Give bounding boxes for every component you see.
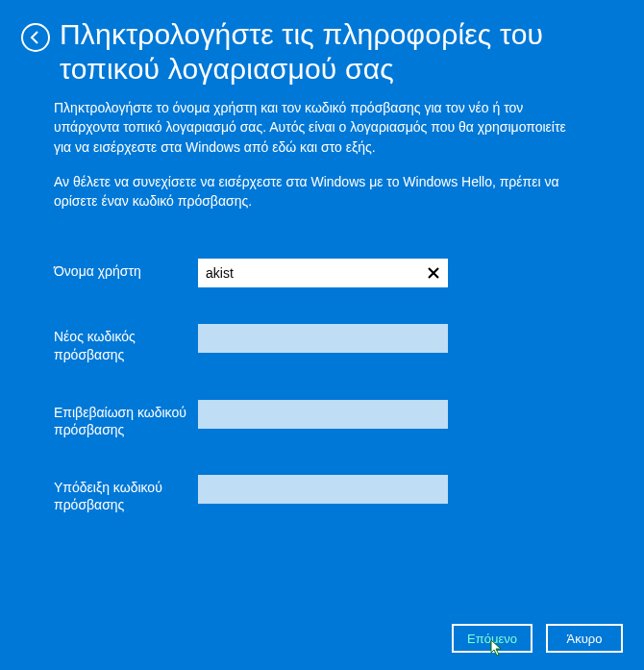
password-hint-label: Υπόδειξη κωδικού πρόσβασης xyxy=(54,475,198,513)
page-title: Πληκτρολογήστε τις πληροφορίες του τοπικ… xyxy=(60,17,623,87)
clear-input-button[interactable] xyxy=(423,262,444,284)
intro-paragraph-2: Αν θέλετε να συνεχίσετε να εισέρχεστε στ… xyxy=(54,172,586,211)
username-input[interactable] xyxy=(198,259,448,287)
intro-paragraph-1: Πληκτρολογήστε το όνομα χρήστη και τον κ… xyxy=(54,98,586,157)
close-icon xyxy=(427,266,440,280)
arrow-left-icon xyxy=(28,30,43,45)
next-button[interactable]: Επόμενο xyxy=(452,624,533,653)
back-button[interactable] xyxy=(21,23,50,52)
username-label: Όνομα χρήστη xyxy=(54,259,198,280)
cancel-button[interactable]: Άκυρο xyxy=(546,624,623,653)
new-password-input[interactable] xyxy=(198,324,448,353)
confirm-password-input[interactable] xyxy=(198,400,448,429)
confirm-password-label: Επιβεβαίωση κωδικού πρόσβασης xyxy=(54,400,198,438)
password-hint-input[interactable] xyxy=(198,475,448,504)
new-password-label: Νέος κωδικός πρόσβασης xyxy=(54,324,198,362)
